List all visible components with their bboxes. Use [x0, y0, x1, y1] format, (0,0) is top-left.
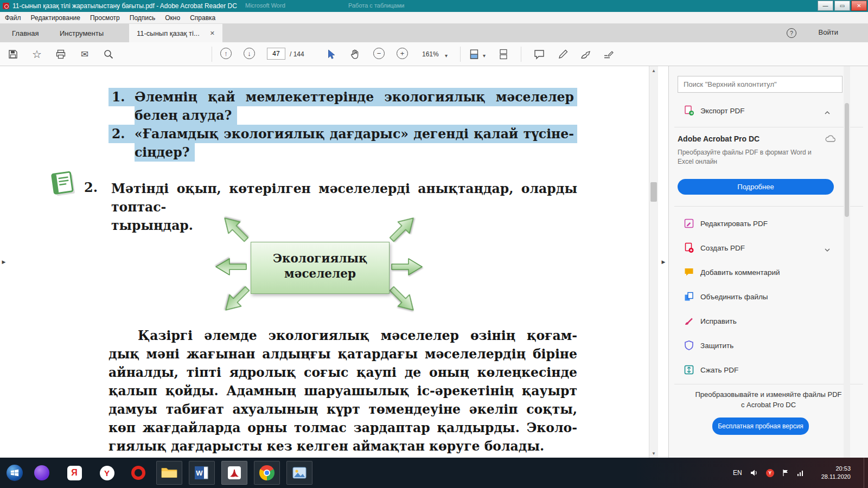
window-controls: — ▭ ✕ [818, 1, 867, 11]
fill-sign-icon[interactable] [602, 48, 615, 61]
body-paragraph: Қазіргі әлемде экологиялық мәселелер өзі… [108, 326, 577, 455]
highlighted-question-1-line-1: 1. Әлемнің қай мемлекеттерінде экологиял… [108, 88, 577, 106]
menu-window[interactable]: Окно [160, 12, 185, 23]
diagram-center-box: Экологиялық мәселелер [251, 242, 390, 294]
volume-icon[interactable] [750, 469, 758, 477]
zoom-out-icon[interactable]: − [373, 48, 385, 59]
search-icon[interactable] [102, 48, 115, 61]
add-comment-icon [684, 267, 694, 278]
sign-in-button[interactable]: Войти [819, 28, 838, 36]
compress-pdf-item[interactable]: Сжать PDF [669, 361, 868, 378]
email-icon[interactable]: ✉ [78, 48, 91, 61]
menu-bar: Файл Редактирование Просмотр Подпись Окн… [0, 12, 868, 24]
tools-panel-scrollbar-thumb[interactable] [845, 103, 849, 217]
compress-pdf-icon [684, 364, 694, 375]
scroll-up-icon[interactable]: ▲ [649, 66, 658, 75]
zoom-level-value[interactable]: 161% [422, 50, 439, 58]
learn-more-button[interactable]: Подробнее [678, 179, 834, 195]
pro-desc-line-1: Преобразуйте файлы PDF в формат Word и [678, 149, 812, 156]
tab-tools[interactable]: Инструменты [52, 24, 111, 42]
tools-search-input[interactable] [678, 76, 843, 93]
select-tool-icon[interactable] [324, 48, 337, 61]
taskbar-word-icon[interactable]: W [189, 461, 215, 485]
create-pdf-label: Создать PDF [700, 244, 745, 252]
document-scrollbar[interactable]: ▲ ▼ [649, 66, 658, 458]
scrollbar-thumb[interactable] [650, 182, 657, 202]
windows-taskbar: Я Y W EN Y 20:5 [0, 458, 868, 488]
diagram-label-line-1: Экологиялық [251, 251, 389, 266]
save-icon[interactable] [7, 48, 20, 61]
tools-pane-toggle-icon[interactable]: ▶ [660, 256, 667, 268]
combine-files-item[interactable]: Объединить файлы [669, 288, 868, 305]
export-pdf-item[interactable]: Экспорт PDF [669, 102, 868, 119]
taskbar-file-explorer-icon[interactable] [156, 461, 182, 485]
minimize-button[interactable]: — [818, 1, 833, 11]
menu-edit[interactable]: Редактирование [26, 12, 85, 23]
tools-panel-scrollbar[interactable] [844, 66, 850, 458]
fix-item[interactable]: Исправить [669, 312, 868, 330]
scrolling-mode-icon[interactable] [497, 48, 510, 61]
close-button[interactable]: ✕ [851, 1, 867, 11]
paragraph-line: көп жағдайларда орны толмас зардаптар қа… [108, 419, 577, 437]
tab-bar: Главная Инструменты 11-сынып қазақ ті...… [0, 24, 868, 42]
hand-tool-icon[interactable] [348, 48, 361, 61]
next-page-icon[interactable]: ↓ [244, 48, 255, 59]
taskbar-yandex-browser-icon[interactable]: Я [66, 465, 82, 481]
chevron-down-icon[interactable] [824, 246, 831, 254]
tab-document[interactable]: 11-сынып қазақ ті... ✕ [129, 24, 222, 42]
export-pdf-icon [684, 105, 694, 116]
action-center-flag-icon[interactable] [782, 469, 789, 477]
protect-item[interactable]: Защитить [669, 337, 868, 354]
menu-file[interactable]: Файл [0, 12, 26, 23]
tab-home[interactable]: Главная [4, 24, 46, 42]
close-tab-icon[interactable]: ✕ [210, 30, 215, 37]
create-pdf-item[interactable]: Создать PDF [669, 239, 868, 256]
tray-yandex-icon[interactable]: Y [766, 469, 774, 477]
arrow-down-left-icon [219, 281, 254, 317]
navigation-pane-toggle-icon[interactable]: ▶ [0, 256, 8, 268]
highlighted-question-2-line-1: 2. «Ғаламдық экологиялық дағдарыс» деген… [108, 125, 577, 143]
menu-sign[interactable]: Подпись [125, 12, 161, 23]
network-icon[interactable] [797, 470, 805, 476]
print-icon[interactable] [54, 48, 67, 61]
taskbar-photo-viewer-icon[interactable] [286, 461, 312, 485]
fix-pen-icon [684, 316, 694, 326]
question-text: белең алуда? [135, 106, 237, 125]
page-view-icon[interactable] [468, 48, 481, 61]
paragraph-line: дық мәні жағынан алдыңғы қатардағы мәсел… [108, 345, 577, 363]
taskbar-clock[interactable]: 20:53 28.11.2020 [806, 465, 851, 481]
menu-view[interactable]: Просмотр [85, 12, 125, 23]
page-number-input[interactable] [267, 48, 285, 60]
start-button[interactable] [7, 465, 23, 481]
maximize-button[interactable]: ▭ [834, 1, 850, 11]
taskbar-yandex-icon[interactable]: Y [99, 465, 115, 481]
previous-page-icon[interactable]: ↑ [220, 48, 232, 59]
taskbar-chrome-icon[interactable] [254, 461, 280, 485]
menu-help[interactable]: Справка [185, 12, 220, 23]
add-comment-item[interactable]: Добавить комментарий [669, 264, 868, 281]
taskbar-acrobat-icon[interactable] [221, 461, 247, 485]
pencil-tool-icon[interactable] [557, 48, 570, 61]
edit-pdf-item[interactable]: Редактировать PDF [669, 215, 868, 232]
scroll-down-icon[interactable]: ▼ [649, 449, 658, 458]
system-tray: EN Y [729, 458, 808, 488]
compress-pdf-label: Сжать PDF [700, 366, 738, 374]
show-desktop-button[interactable] [864, 458, 868, 488]
highlighted-question-2-line-2: сіңдер? [108, 143, 577, 162]
help-icon[interactable]: ? [787, 28, 796, 38]
ink-sign-icon[interactable] [579, 48, 592, 61]
arrow-right-icon [391, 257, 423, 277]
favorite-star-icon[interactable]: ☆ [30, 48, 43, 61]
comment-icon[interactable] [533, 48, 546, 61]
free-trial-button[interactable]: Бесплатная пробная версия [712, 418, 809, 435]
zoom-in-icon[interactable]: + [397, 48, 408, 59]
highlighted-question-1-line-2: белең алуда? [108, 106, 577, 125]
language-indicator[interactable]: EN [733, 469, 742, 477]
chevron-up-icon[interactable] [824, 108, 831, 117]
pro-desc-line-2: Excel онлайн [678, 158, 717, 165]
taskbar-purple-app-icon[interactable] [34, 465, 50, 481]
page-view-caret-icon[interactable]: ▾ [483, 53, 486, 59]
taskbar-opera-icon[interactable] [130, 465, 146, 481]
protect-shield-icon [684, 340, 694, 351]
zoom-caret-icon[interactable]: ▾ [445, 53, 448, 59]
